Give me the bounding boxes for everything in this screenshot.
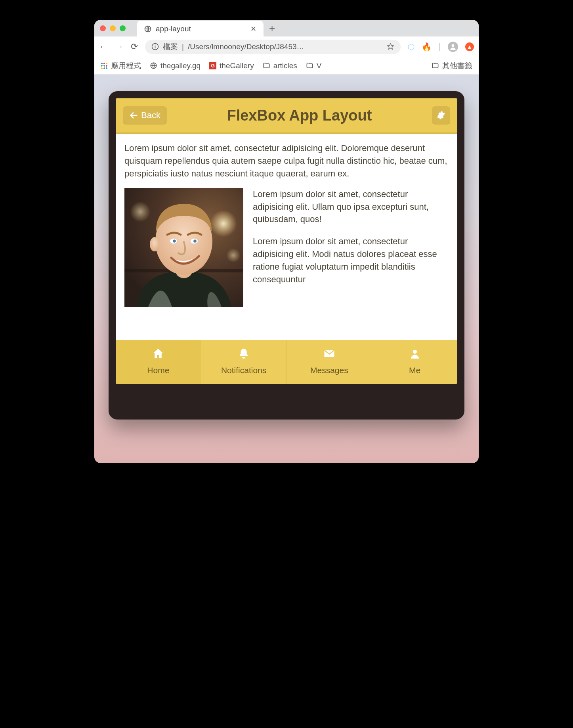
reload-button[interactable]: ⟳ xyxy=(131,42,138,52)
nav-forward-button[interactable]: → xyxy=(115,42,124,52)
browser-window-frame: app-layout ✕ + ← → ⟳ 檔案 | /Users/lmnoone… xyxy=(94,20,479,463)
nav-messages[interactable]: Messages xyxy=(286,340,372,384)
browser-toolbar: ← → ⟳ 檔案 | /Users/lmnooney/Desktop/J8453… xyxy=(94,36,479,57)
flame-icon[interactable]: 🔥 xyxy=(422,42,432,52)
back-button[interactable]: Back xyxy=(123,106,167,125)
gear-icon xyxy=(437,111,445,120)
nav-label: Messages xyxy=(310,366,348,375)
folder-icon xyxy=(306,62,313,69)
profile-photo xyxy=(124,188,243,307)
media-row: Lorem ipsum dolor sit amet, consectetur … xyxy=(124,188,449,307)
react-devtools-icon[interactable]: ⬡ xyxy=(408,42,414,52)
update-indicator-icon[interactable]: ▲ xyxy=(465,42,474,51)
globe-icon xyxy=(150,62,157,69)
app-title: FlexBox App Layout xyxy=(172,107,426,124)
content-paragraph-2: Lorem ipsum dolor sit amet, consectetur … xyxy=(253,188,449,226)
home-icon xyxy=(117,347,199,361)
bookmark-apps[interactable]: 應用程式 xyxy=(101,61,141,71)
new-tab-button[interactable]: + xyxy=(269,22,275,34)
app-content: Lorem ipsum dolor sit amet, consectetur … xyxy=(116,134,457,340)
window-zoom-button[interactable] xyxy=(120,25,126,31)
bookmark-item[interactable]: G theGallery xyxy=(209,61,254,70)
nav-label: Notifications xyxy=(221,366,266,375)
browser-chrome: app-layout ✕ + ← → ⟳ 檔案 | /Users/lmnoone… xyxy=(94,20,479,75)
browser-tab-title: app-layout xyxy=(156,25,191,33)
envelope-icon xyxy=(288,347,371,361)
nav-home[interactable]: Home xyxy=(116,340,201,384)
bookmark-star-icon[interactable] xyxy=(387,43,394,50)
apps-grid-icon xyxy=(101,62,108,69)
toolbar-divider: | xyxy=(439,42,441,51)
bookmark-folder[interactable]: articles xyxy=(263,61,297,70)
url-path: /Users/lmnooney/Desktop/J8453… xyxy=(188,42,304,51)
page-viewport: Back FlexBox App Layout Lorem ipsum dolo… xyxy=(94,75,479,463)
site-favicon-icon: G xyxy=(209,62,216,69)
bookmark-folder[interactable]: V xyxy=(306,61,322,70)
window-close-button[interactable] xyxy=(100,25,106,31)
arrow-left-icon xyxy=(129,111,138,120)
folder-icon xyxy=(263,62,270,69)
device-frame: Back FlexBox App Layout Lorem ipsum dolo… xyxy=(109,91,464,420)
globe-icon xyxy=(144,25,152,33)
bookmarks-bar: 應用程式 thegalley.gq G theGallery articles … xyxy=(94,57,479,75)
user-icon xyxy=(374,347,456,361)
address-bar[interactable]: 檔案 | /Users/lmnooney/Desktop/J8453… xyxy=(145,40,401,54)
nav-label: Home xyxy=(147,366,169,375)
folder-icon xyxy=(432,62,439,69)
tab-close-button[interactable]: ✕ xyxy=(250,25,256,33)
bell-icon xyxy=(203,347,285,361)
svg-point-15 xyxy=(150,237,159,251)
window-controls xyxy=(100,25,126,31)
profile-avatar-button[interactable] xyxy=(448,42,458,52)
flexbox-app: Back FlexBox App Layout Lorem ipsum dolo… xyxy=(116,98,457,384)
svg-point-8 xyxy=(226,248,241,262)
window-minimize-button[interactable] xyxy=(110,25,116,31)
app-bottom-nav: Home Notifications Messages Me xyxy=(116,340,457,384)
browser-tab[interactable]: app-layout ✕ xyxy=(137,21,264,37)
browser-tab-strip: app-layout ✕ + xyxy=(94,20,479,36)
bookmark-other-folder[interactable]: 其他書籤 xyxy=(432,61,472,71)
url-scheme-label: 檔案 xyxy=(163,42,178,52)
nav-back-button[interactable]: ← xyxy=(99,42,108,52)
back-button-label: Back xyxy=(141,110,160,121)
content-paragraph-1: Lorem ipsum dolor sit amet, consectetur … xyxy=(124,142,449,180)
content-paragraph-3: Lorem ipsum dolor sit amet, consectetur … xyxy=(253,235,449,286)
bookmark-item[interactable]: thegalley.gq xyxy=(150,61,201,70)
user-icon xyxy=(449,43,457,51)
svg-point-14 xyxy=(193,239,197,243)
info-icon xyxy=(151,43,159,50)
svg-point-7 xyxy=(130,201,151,222)
nav-me[interactable]: Me xyxy=(372,340,457,384)
app-header: Back FlexBox App Layout xyxy=(116,98,457,134)
svg-point-6 xyxy=(210,210,237,237)
nav-notifications[interactable]: Notifications xyxy=(201,340,286,384)
nav-label: Me xyxy=(409,366,420,375)
settings-button[interactable] xyxy=(432,106,450,125)
svg-point-12 xyxy=(173,239,176,243)
